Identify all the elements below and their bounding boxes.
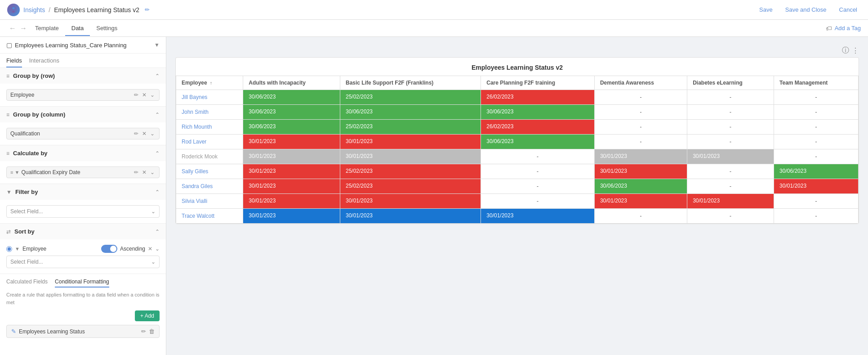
nav-forward-button[interactable]: → <box>18 24 29 32</box>
data-cell: 30/01/2023 <box>243 179 340 194</box>
sort-field-label: Employee <box>22 246 98 252</box>
sort-row: ▼ Employee Ascending ✕ ⌄ <box>6 245 160 253</box>
sidebar: ▢ Employees Learning Status_Care Plannin… <box>0 37 166 355</box>
dataset-dropdown-icon: ▼ <box>154 42 160 48</box>
col-header-bls: Basic Life Support F2F (Franklins) <box>340 76 481 90</box>
table-row: Roderick Mook30/01/202330/01/2023-30/01/… <box>176 149 859 164</box>
group-by-row-header[interactable]: ≡ Group by (row) ⌃ <box>0 68 166 84</box>
cancel-button[interactable]: Cancel <box>836 4 861 15</box>
sort-dropdown-icon: ⌄ <box>151 259 156 265</box>
data-cell: - <box>774 120 859 135</box>
group-by-row-title: Group by (row) <box>13 72 55 79</box>
calculate-by-header[interactable]: ≡ Calculate by ⌃ <box>0 145 166 161</box>
group-row-expand-btn[interactable]: ⌄ <box>149 92 156 98</box>
tab-data[interactable]: Data <box>65 21 90 36</box>
sort-icon: ⇄ <box>6 229 11 235</box>
sort-remove-btn[interactable]: ✕ <box>148 246 152 252</box>
group-col-edit-btn[interactable]: ✏ <box>133 130 139 137</box>
data-cell: - <box>687 179 774 194</box>
nav-back-button[interactable]: ← <box>7 24 18 32</box>
calculate-icon: ≡ <box>6 150 9 157</box>
bottom-tab-conditional[interactable]: Conditional Formatting <box>55 279 109 288</box>
table-title: Employees Learning Status v2 <box>176 58 859 76</box>
data-cell: - <box>687 209 774 224</box>
employee-cell: John Smith <box>176 105 243 120</box>
data-cell: 30/01/2023 <box>687 194 774 209</box>
data-cell: 30/01/2023 <box>243 149 340 164</box>
dataset-name: Employees Learning Status_Care Planning <box>15 42 151 49</box>
data-table: Employee ↑ Adults with Incapacity Basic … <box>176 76 859 224</box>
filter-select[interactable]: Select Field... ⌄ <box>6 205 160 218</box>
sort-radio[interactable] <box>6 246 12 252</box>
data-cell: - <box>594 209 687 224</box>
data-cell: 30/01/2023 <box>243 194 340 209</box>
sidebar-tab-fields[interactable]: Fields <box>6 57 22 67</box>
sort-by-title: Sort by <box>14 228 35 235</box>
data-cell: 30/01/2023 <box>340 209 481 224</box>
data-cell: 30/06/2023 <box>594 179 687 194</box>
tag-icon: 🏷 <box>826 25 832 32</box>
save-button[interactable]: Save <box>756 4 776 15</box>
data-cell: - <box>481 194 595 209</box>
breadcrumb-sep: / <box>49 6 50 13</box>
sort-by-section: ⇄ Sort by ⌃ ▼ Employee Ascending ✕ ⌄ <box>0 224 166 274</box>
filter-dropdown-icon: ⌄ <box>151 208 156 215</box>
bottom-tab-calculated[interactable]: Calculated Fields <box>6 279 48 288</box>
calculate-by-body: ≡ ▼ Qualification Expiry Date ✏ ✕ ⌄ <box>0 161 166 184</box>
cf-description: Create a rule that applies formatting to… <box>6 291 160 306</box>
tab-settings[interactable]: Settings <box>90 21 124 36</box>
group-row-edit-btn[interactable]: ✏ <box>133 92 139 98</box>
more-options-btn[interactable]: ⋮ <box>852 46 859 55</box>
table-row: Rod Laver30/01/202330/01/202330/06/2023-… <box>176 135 859 149</box>
add-tag-button[interactable]: Add a Tag <box>835 25 861 31</box>
employee-cell: Trace Walcott <box>176 209 243 224</box>
data-cell: 30/01/2023 <box>340 194 481 209</box>
data-cell: 30/06/2023 <box>481 135 595 149</box>
filter-by-chevron: ⌃ <box>155 189 160 195</box>
cf-edit-btn[interactable]: ✏ <box>141 328 146 335</box>
app-logo <box>7 4 20 16</box>
add-cf-button[interactable]: + Add <box>135 310 160 321</box>
group-by-row-section: ≡ Group by (row) ⌃ Employee ✏ ✕ ⌄ <box>0 68 166 107</box>
table-row: Sally Gilles30/01/202325/02/2023-30/01/2… <box>176 164 859 179</box>
top-bar: Insights / Employees Learning Status v2 … <box>0 0 868 20</box>
edit-icon[interactable]: ✏ <box>145 6 150 13</box>
calculate-expand-btn[interactable]: ⌄ <box>149 169 156 175</box>
group-col-expand-btn[interactable]: ⌄ <box>149 130 156 137</box>
col-header-adults: Adults with Incapacity <box>243 76 340 90</box>
sort-add-select[interactable]: Select Field... ⌄ <box>6 256 160 268</box>
employee-cell: Roderick Mook <box>176 149 243 164</box>
col-header-diabetes: Diabetes eLearning <box>687 76 774 90</box>
group-col-remove-btn[interactable]: ✕ <box>141 130 147 137</box>
save-and-close-button[interactable]: Save and Close <box>782 4 830 15</box>
data-cell: 30/06/2023 <box>481 105 595 120</box>
sort-direction-toggle[interactable] <box>101 245 117 253</box>
data-cell: - <box>687 90 774 105</box>
group-by-col-header[interactable]: ≡ Group by (column) ⌃ <box>0 107 166 122</box>
group-row-field-label: Employee <box>10 92 34 98</box>
breadcrumb-insights[interactable]: Insights <box>23 6 45 13</box>
filter-by-body: Select Field... ⌄ <box>0 200 166 223</box>
data-cell: 30/01/2023 <box>687 149 774 164</box>
col-header-care: Care Planning F2F training <box>481 76 595 90</box>
calculate-edit-btn[interactable]: ✏ <box>133 169 139 175</box>
sidebar-tab-interactions[interactable]: Interactions <box>29 57 59 67</box>
group-col-field-label: Qualification <box>10 130 40 137</box>
sort-direction-label: Ascending <box>120 246 145 252</box>
sort-by-header[interactable]: ⇄ Sort by ⌃ <box>0 224 166 239</box>
filter-by-title: Filter by <box>15 189 38 195</box>
filter-by-header[interactable]: ▼ Filter by ⌃ <box>0 184 166 200</box>
sort-toggle-knob <box>110 246 116 252</box>
dataset-selector[interactable]: ▢ Employees Learning Status_Care Plannin… <box>0 37 166 54</box>
group-col-icon: ≡ <box>6 112 9 118</box>
data-cell: 30/06/2023 <box>243 105 340 120</box>
data-cell: 26/02/2023 <box>481 90 595 105</box>
tab-template[interactable]: Template <box>29 21 65 36</box>
bottom-tabs: Calculated Fields Conditional Formatting <box>6 279 160 288</box>
cf-delete-btn[interactable]: 🗑 <box>149 328 155 335</box>
sort-chevron-btn[interactable]: ⌄ <box>155 246 160 252</box>
group-row-remove-btn[interactable]: ✕ <box>141 92 147 98</box>
info-icon-btn[interactable]: ⓘ <box>842 46 849 55</box>
breadcrumb-title: Employees Learning Status v2 <box>54 6 139 13</box>
calculate-remove-btn[interactable]: ✕ <box>141 169 147 175</box>
